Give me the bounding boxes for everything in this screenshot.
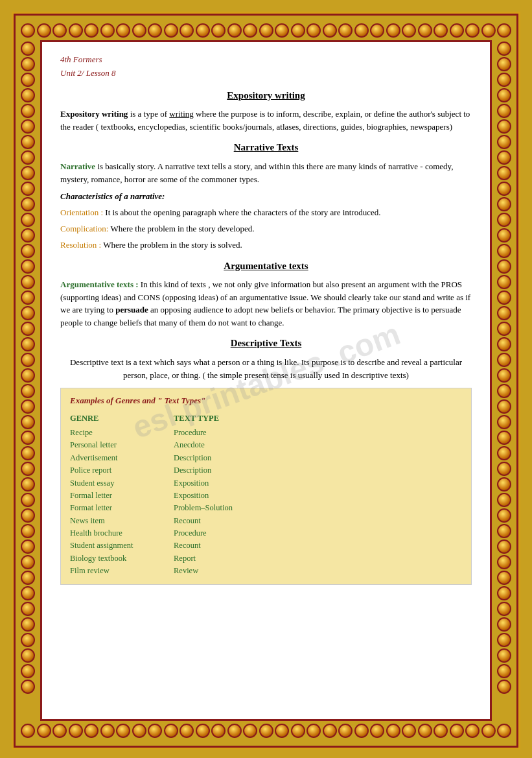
- deco-circle: [37, 23, 51, 38]
- deco-circle: [497, 228, 511, 243]
- deco-circle: [338, 724, 353, 738]
- deco-circle: [21, 368, 35, 383]
- deco-circle: [227, 724, 242, 738]
- deco-circle: [386, 23, 400, 38]
- deco-circle: [497, 41, 511, 56]
- texttype-value: Recount: [174, 515, 462, 527]
- deco-circle: [211, 23, 226, 38]
- deco-circle: [497, 477, 511, 492]
- deco-circle: [497, 648, 511, 663]
- genre-value: Film review: [70, 565, 174, 577]
- deco-circle: [69, 23, 83, 38]
- deco-circle: [21, 431, 35, 445]
- deco-circle: [21, 508, 35, 523]
- deco-circle: [497, 724, 511, 738]
- deco-circle: [497, 57, 511, 71]
- deco-circle: [497, 337, 511, 351]
- table-row: Police reportDescription: [70, 464, 462, 477]
- deco-circle: [370, 23, 384, 38]
- genre-value: Student essay: [70, 477, 174, 490]
- deco-circle: [497, 493, 511, 507]
- texttype-value: Description: [174, 452, 462, 464]
- expository-bold-term: Expository writing: [60, 109, 128, 119]
- deco-circle: [402, 724, 416, 738]
- deco-circle: [497, 555, 511, 569]
- deco-circle: [338, 23, 353, 38]
- deco-circle: [100, 23, 115, 38]
- texttype-value: Anecdote: [174, 439, 462, 451]
- deco-circle: [21, 306, 35, 320]
- deco-circle: [179, 724, 194, 738]
- deco-circle: [291, 724, 305, 738]
- deco-circle: [497, 617, 511, 632]
- deco-circle: [21, 446, 35, 460]
- deco-circle: [21, 477, 35, 492]
- deco-circle: [21, 353, 35, 367]
- texttype-value: Recount: [174, 539, 462, 552]
- deco-circle: [497, 88, 511, 102]
- deco-circle: [21, 166, 35, 180]
- deco-circle: [21, 228, 35, 243]
- deco-circle: [148, 23, 162, 38]
- persuade-word: persuade: [115, 305, 148, 314]
- deco-circle: [132, 724, 146, 738]
- genre-value: Student assignment: [70, 539, 174, 552]
- page-wrapper: esl printables .com 4th Formers Unit 2/ …: [0, 0, 532, 758]
- genre-value: Personal letter: [70, 439, 174, 451]
- deco-circle: [323, 724, 337, 738]
- deco-circle: [21, 602, 35, 616]
- outer-border: esl printables .com 4th Formers Unit 2/ …: [12, 12, 520, 750]
- deco-circle: [21, 290, 35, 305]
- table-row: Film reviewReview: [70, 565, 462, 577]
- orientation-label: Orientation :: [60, 207, 103, 217]
- deco-circle: [164, 724, 178, 738]
- deco-circle: [21, 680, 35, 694]
- examples-heading: Examples of Genres and " Text Types": [70, 395, 462, 407]
- deco-circle: [275, 724, 289, 738]
- genre-value: Police report: [70, 464, 174, 477]
- deco-circle: [386, 724, 400, 738]
- deco-circle: [243, 724, 257, 738]
- deco-bottom-row: [21, 724, 511, 738]
- genre-value: Health brochure: [70, 527, 174, 539]
- deco-circle: [497, 539, 511, 554]
- deco-circle: [21, 104, 35, 118]
- deco-circle: [21, 213, 35, 227]
- deco-circle: [497, 213, 511, 227]
- deco-circle: [497, 462, 511, 476]
- deco-circle: [211, 724, 226, 738]
- deco-circle: [148, 724, 162, 738]
- deco-circle: [497, 244, 511, 258]
- genre-value: News item: [70, 515, 174, 527]
- deco-circle: [497, 586, 511, 600]
- genre-value: Format letter: [70, 502, 174, 514]
- deco-circle: [21, 244, 35, 258]
- deco-circle: [497, 384, 511, 398]
- deco-circle: [84, 23, 98, 38]
- deco-circle: [497, 259, 511, 274]
- deco-circle: [465, 23, 480, 38]
- argumentative-bold-term: Argumentative texts :: [60, 279, 139, 289]
- deco-circle: [497, 368, 511, 383]
- deco-circle: [497, 431, 511, 445]
- expository-underline-term: writing: [169, 109, 194, 119]
- deco-circle: [21, 539, 35, 554]
- deco-circle: [497, 306, 511, 320]
- deco-circle: [21, 135, 35, 149]
- resolution-label: Resolution :: [60, 240, 101, 250]
- deco-circle: [21, 724, 35, 738]
- course-label: 4th Formers: [60, 54, 472, 66]
- deco-circle: [227, 23, 242, 38]
- narrative-intro: Narrative is basically story. A narrativ…: [60, 160, 472, 185]
- table-row: Personal letterAnecdote: [70, 439, 462, 451]
- table-header: GENRE TEXT TYPE: [70, 412, 462, 424]
- deco-circle: [21, 41, 35, 56]
- narrative-complication: Complication: Where the problem in the s…: [60, 223, 472, 235]
- deco-circle: [259, 724, 273, 738]
- deco-circle: [116, 724, 130, 738]
- deco-circle: [497, 399, 511, 414]
- deco-circle: [21, 259, 35, 274]
- narrative-orientation: Orientation : It is about the opening pa…: [60, 207, 472, 219]
- deco-circle: [291, 23, 305, 38]
- deco-circle: [497, 680, 511, 694]
